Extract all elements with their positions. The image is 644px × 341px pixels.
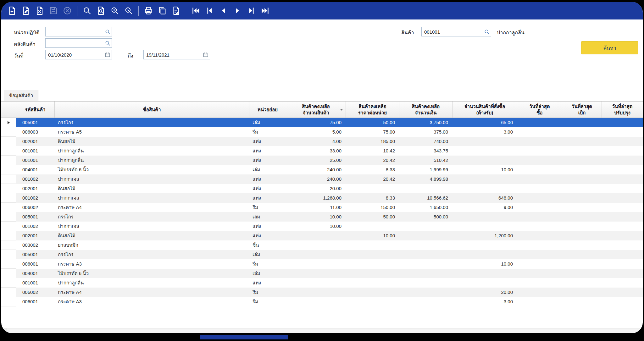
cell-qty: 240.00 [286, 165, 346, 174]
scroll-left-button[interactable] [1, 328, 7, 333]
table-row[interactable]: 002001ดินสอไม้แท่ง10.001,200.00 [1, 231, 643, 240]
copy-document-button[interactable] [155, 3, 169, 18]
new-document-button[interactable] [5, 3, 19, 18]
cell-name: ปากกาเจล [55, 174, 249, 184]
product-input[interactable] [421, 27, 491, 36]
edit-document-button[interactable] [19, 3, 33, 18]
row-selector[interactable] [1, 212, 16, 222]
nav-next-page-button[interactable] [244, 3, 258, 18]
table-row[interactable]: 001002ปากกาเจลแท่ง1,268.008.3310,566.626… [1, 193, 643, 203]
date-to-field[interactable] [144, 50, 202, 59]
row-selector[interactable] [1, 240, 16, 250]
date-from-input[interactable] [45, 50, 112, 59]
cancel-button[interactable] [60, 3, 74, 18]
screen: หน่วยปฏิบัติ คลังสินค้า วันที่ [0, 0, 644, 341]
table-row[interactable]: 004001ไม้บรรทัด 6 นิ้วเล่ม [1, 269, 643, 278]
column-header-amount[interactable]: สินค้าคงเหลือจำนวนเงิน [399, 102, 452, 118]
table-row[interactable]: 001002ปากกาเจลแท่ง10.00 [1, 222, 643, 231]
warehouse-search-icon[interactable] [103, 40, 112, 46]
table-row[interactable]: 001001ปากกาลูกลื่นแท่ง33.0010.42343.75 [1, 146, 643, 156]
table-row[interactable]: 006002กระดาษ A4รีม11.00150.001,650.009.0… [1, 203, 643, 212]
date-to-calendar-icon[interactable] [202, 52, 210, 58]
cell-qty [286, 269, 346, 278]
product-search-icon[interactable] [483, 29, 491, 35]
table-row[interactable]: 001001ปากกาลูกลื่นแท่ง25.0020.42510.42 [1, 156, 643, 165]
delete-document-button[interactable] [33, 3, 47, 18]
print-button[interactable] [142, 3, 155, 18]
column-header-last_purchase[interactable]: วันที่ล่าสุดซื้อ [517, 102, 562, 118]
cell-ordered: 9.00 [452, 203, 517, 212]
row-selector[interactable] [1, 269, 16, 278]
row-selector[interactable] [1, 288, 16, 297]
search-history-button[interactable] [122, 3, 136, 18]
warehouse-field[interactable] [46, 39, 103, 47]
cell-code: 001001 [16, 146, 55, 156]
table-row[interactable]: 005001กรรไกรเล่ม75.0050.003,750.0065.00 [1, 118, 643, 127]
cell-price: 8.33 [346, 165, 399, 174]
column-header-qty[interactable]: สินค้าคงเหลือจำนวนสินค้า [286, 102, 346, 118]
table-row[interactable]: 003002ยาลบหมึกชิ้น [1, 240, 643, 250]
row-selector[interactable] [1, 174, 16, 184]
write-document-button[interactable] [169, 3, 183, 18]
row-selector[interactable] [1, 146, 16, 156]
search-new-button[interactable] [108, 3, 122, 18]
nav-first-button[interactable] [189, 3, 203, 18]
row-selector[interactable] [1, 165, 16, 174]
column-header-ordered[interactable]: จำนวนสินค้าที่สั่งซื้อ(ค้างรับ) [452, 102, 517, 118]
tab-product-info[interactable]: ข้อมูลสินค้า [4, 90, 38, 101]
column-header-last_issue[interactable]: วันที่ล่าสุดเบิก [562, 102, 602, 118]
row-selector[interactable] [1, 203, 16, 212]
table-row[interactable]: 005001กรรไกรเล่ม [1, 250, 643, 259]
table-row[interactable]: 006001กระดาษ A3รีม10.00 [1, 259, 643, 269]
row-selector[interactable] [1, 250, 16, 259]
row-selector[interactable] [1, 156, 16, 165]
row-selector[interactable] [1, 193, 16, 203]
sort-indicator-icon[interactable] [340, 109, 343, 111]
warehouse-input[interactable] [45, 38, 112, 48]
table-row[interactable]: 002001ดินสอไม้แท่ง4.00185.00740.00 [1, 137, 643, 146]
row-selector[interactable] [1, 222, 16, 231]
cell-last_adjust [602, 269, 643, 278]
save-button[interactable] [47, 3, 60, 18]
date-from-calendar-icon[interactable] [103, 52, 112, 58]
nav-prev-button[interactable] [217, 3, 230, 18]
table-row[interactable]: 005001กรรไกรเล่ม10.0050.00500.00 [1, 212, 643, 222]
search-button[interactable] [80, 3, 94, 18]
cell-name: กระดาษ A4 [55, 203, 249, 212]
nav-last-button[interactable] [258, 3, 272, 18]
column-header-price[interactable]: สินค้าคงเหลือราคาต่อหน่วย [346, 102, 399, 118]
product-field[interactable] [422, 27, 483, 36]
date-to-label: ถึง [128, 52, 133, 60]
table-row[interactable]: 001002ปากกาเจลแท่ง240.0020.424,899.98 [1, 174, 643, 184]
row-selector[interactable] [1, 278, 16, 288]
row-selector[interactable] [1, 259, 16, 269]
table-row[interactable]: 006001กระดาษ A3รีม3.00 [1, 297, 643, 306]
column-header-name[interactable]: ชื่อสินค้า [55, 102, 249, 118]
operating-unit-field[interactable] [46, 27, 103, 36]
table-row[interactable]: 006002กระดาษ A4รีม20.00 [1, 288, 643, 297]
operating-unit-search-icon[interactable] [103, 29, 112, 35]
table-row[interactable]: 004001ไม้บรรทัด 6 นิ้วเล่ม240.008.331,99… [1, 165, 643, 174]
row-selector[interactable] [1, 118, 16, 127]
search-button[interactable]: ค้นหา [581, 41, 638, 54]
operating-unit-input[interactable] [45, 27, 112, 36]
scrollbar-track[interactable] [7, 328, 643, 333]
column-header-last_adjust[interactable]: วันที่ล่าสุดปรับปรุง [602, 102, 643, 118]
date-from-field[interactable] [46, 50, 103, 59]
column-header-code[interactable]: รหัสสินค้า [16, 102, 55, 118]
nav-prev-page-button[interactable] [203, 3, 217, 18]
table-row[interactable]: 002001ดินสอไม้แท่ง20.00 [1, 184, 643, 193]
date-to-input[interactable] [143, 50, 210, 59]
row-selector[interactable] [1, 137, 16, 146]
row-selector[interactable] [1, 231, 16, 240]
row-selector[interactable] [1, 297, 16, 306]
row-selector[interactable] [1, 184, 16, 193]
search-document-button[interactable] [94, 3, 108, 18]
column-header-unit[interactable]: หน่วยย่อย [249, 102, 286, 118]
cell-last_issue [562, 259, 602, 269]
row-selector[interactable] [1, 127, 16, 137]
table-row[interactable]: 001001ปากกาลูกลื่นแท่ง [1, 278, 643, 288]
table-row[interactable]: 006003กระดาษ A5รีม5.0075.00375.003.00 [1, 127, 643, 137]
horizontal-scrollbar[interactable] [1, 328, 643, 333]
nav-next-button[interactable] [230, 3, 244, 18]
